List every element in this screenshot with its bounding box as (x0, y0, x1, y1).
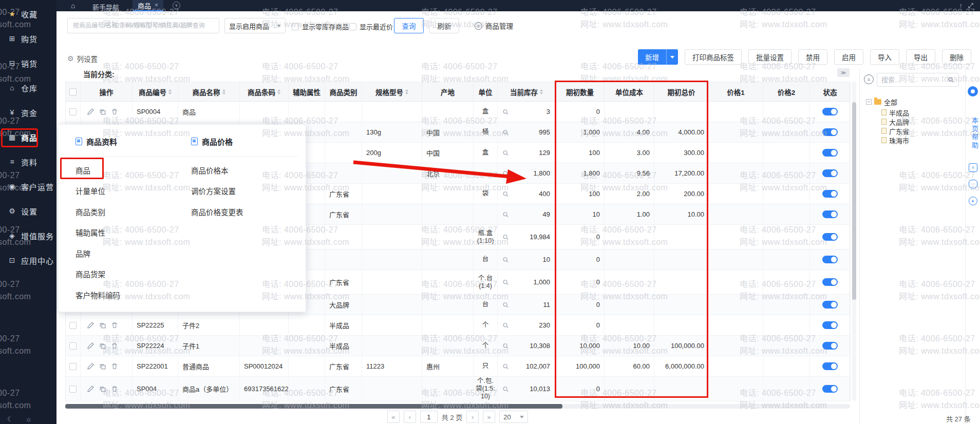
tree-node[interactable]: 大品牌 (881, 117, 909, 126)
moon-icon[interactable]: ☾ (7, 415, 13, 423)
stock-detail-icon[interactable] (502, 301, 509, 308)
status-toggle[interactable] (822, 233, 838, 241)
stock-detail-icon[interactable] (502, 279, 509, 285)
prev-page-button[interactable]: ‹ (404, 411, 416, 423)
stock-detail-icon[interactable] (502, 149, 509, 156)
stock-detail-icon[interactable] (502, 170, 509, 177)
delete-icon[interactable] (111, 362, 118, 370)
status-toggle[interactable] (822, 362, 838, 370)
status-toggle[interactable] (822, 210, 838, 218)
checkbox-icon[interactable] (349, 23, 356, 30)
assistant-icon[interactable] (968, 86, 978, 97)
sidebar-item-warehouse[interactable]: ⌂仓库 (0, 75, 56, 100)
sort-icon[interactable] (168, 89, 172, 94)
sort-icon[interactable] (222, 89, 225, 94)
sidebar-item-data[interactable]: ≡资料 (0, 149, 56, 174)
row-checkbox[interactable] (69, 363, 77, 370)
status-toggle[interactable] (822, 128, 838, 136)
collapse-up-icon[interactable]: ↑ (959, 2, 963, 9)
delete-icon[interactable] (111, 321, 118, 329)
next-page-button[interactable]: › (466, 411, 479, 423)
row-checkbox[interactable] (69, 322, 77, 329)
stock-detail-icon[interactable] (502, 108, 509, 115)
tree-root[interactable]: − 全部 (866, 97, 909, 107)
enable-button[interactable]: 启用 (834, 49, 863, 65)
popup-menu-item[interactable]: 客户物料编码 (76, 284, 181, 305)
row-checkbox[interactable] (69, 342, 77, 350)
stock-detail-icon[interactable] (502, 342, 509, 349)
status-toggle[interactable] (822, 301, 838, 309)
sidebar-item-app-center[interactable]: ⊡应用中心 (0, 248, 56, 273)
tree-node[interactable]: 半成品 (881, 108, 909, 117)
sidebar-item-purchase[interactable]: ⊞购货 (0, 26, 56, 51)
vertical-scrollbar-thumb[interactable] (852, 102, 856, 300)
disable-button[interactable]: 禁用 (798, 49, 827, 65)
page-help-link[interactable]: 本页帮助 (970, 117, 979, 150)
sidebar-item-customer-ops[interactable]: ◉客户运营 (0, 174, 56, 199)
recent-price-checkbox[interactable]: 显示最近价 (349, 22, 393, 31)
goods-manage-button[interactable]: ◎ 商品管理 (475, 18, 513, 33)
print-label-button[interactable]: 打印商品标签 (685, 49, 742, 65)
row-checkbox[interactable] (69, 108, 77, 115)
popup-menu-item[interactable]: 商品 (76, 160, 181, 181)
nav-guide[interactable]: 新手导航 (92, 2, 119, 12)
page-size-select[interactable]: 20 (499, 411, 528, 423)
status-toggle[interactable] (822, 256, 838, 263)
column-header-name[interactable]: 商品编号 (133, 82, 178, 101)
stock-detail-icon[interactable] (502, 190, 509, 197)
edit-icon[interactable] (87, 108, 95, 115)
batch-set-button[interactable]: 批量设置 (748, 49, 791, 65)
status-toggle[interactable] (822, 342, 838, 350)
category-search[interactable] (877, 73, 959, 87)
copy-icon[interactable] (99, 342, 106, 350)
delete-button[interactable]: 删除 (942, 49, 971, 65)
sidebar-item-goods[interactable]: ▦商品 (0, 125, 56, 149)
column-header-origin[interactable]: 规格型号 (362, 82, 422, 101)
status-toggle[interactable] (822, 385, 838, 393)
status-toggle[interactable] (822, 278, 838, 286)
copy-icon[interactable] (99, 386, 106, 393)
status-toggle[interactable] (822, 108, 838, 115)
stock-detail-icon[interactable] (502, 234, 509, 240)
popup-menu-item[interactable]: 商品价格本 (191, 160, 296, 181)
refresh-button[interactable]: 刷新 (429, 18, 459, 33)
sidebar-item-sales[interactable]: ⊟销货 (0, 51, 56, 75)
goods-search-input[interactable] (67, 18, 219, 33)
zero-stock-checkbox[interactable]: 显示零库存商品 (292, 22, 349, 31)
status-toggle[interactable] (822, 190, 838, 198)
delete-icon[interactable] (111, 385, 118, 393)
stock-detail-icon[interactable] (502, 363, 509, 370)
panel-toggle-icon[interactable]: ≡ (864, 74, 874, 84)
sidebar-item-favorites[interactable]: ★收藏 (0, 2, 56, 26)
add-button[interactable]: 新增 (638, 49, 678, 65)
tab-goods[interactable]: 商品 × (133, 0, 163, 11)
home-icon[interactable]: ⌂ (71, 2, 75, 10)
row-checkbox[interactable] (69, 386, 77, 393)
popup-menu-item[interactable]: 商品价格变更表 (191, 201, 296, 222)
add-dropdown-icon[interactable] (666, 49, 678, 65)
delete-icon[interactable] (111, 342, 118, 350)
copy-icon[interactable] (99, 322, 106, 329)
tree-collapse-icon[interactable]: − (866, 99, 872, 105)
status-toggle[interactable] (822, 321, 838, 329)
checkbox-icon[interactable] (292, 23, 299, 30)
sort-icon[interactable] (277, 89, 280, 94)
edit-icon[interactable] (87, 321, 95, 329)
play-icon[interactable]: ▸ (969, 197, 977, 205)
popup-menu-item[interactable]: 计量单位 (76, 181, 181, 202)
import-button[interactable]: 导入 (870, 49, 899, 65)
status-toggle[interactable] (822, 169, 838, 177)
column-header-init_qty[interactable]: 当前库存 (498, 82, 556, 101)
show-status-select[interactable]: 显示启用商品 (224, 18, 286, 33)
last-page-button[interactable]: » (483, 411, 495, 423)
query-button[interactable]: 查询 (394, 18, 424, 33)
sidebar-item-funds[interactable]: ¥资金 (0, 100, 56, 125)
horizontal-scrollbar[interactable] (65, 404, 850, 409)
sun-icon[interactable]: ☼ (26, 415, 32, 423)
copy-icon[interactable] (99, 108, 106, 115)
tab-close-icon[interactable]: × (155, 2, 158, 8)
stock-detail-icon[interactable] (502, 211, 509, 218)
column-settings-button[interactable]: ⚙ 列设置 (67, 53, 98, 64)
tabs-dropdown-icon[interactable]: ∨ (173, 2, 180, 9)
first-page-button[interactable]: « (387, 411, 400, 423)
